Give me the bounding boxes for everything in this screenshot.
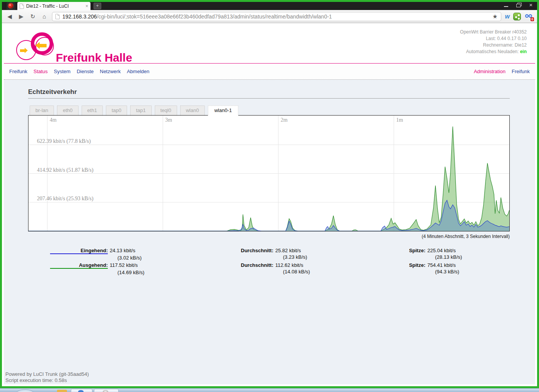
page-footer: Powered by LuCI Trunk (git-35aad54) Scri… <box>5 371 89 384</box>
stat-peak-out: Spitze:754.41 kbit/s (94.3 kB/s) <box>368 262 459 275</box>
stat-outgoing: Ausgehend:117.52 kbit/s (14.69 kB/s) <box>50 262 144 275</box>
stat-avg-out: Durchschnitt:112.62 kbit/s (14.08 kB/s) <box>216 262 310 275</box>
tab-title: Die12 - Traffic - LuCI <box>26 3 83 9</box>
auto-reload-status: Automatisches Neuladen: ein <box>460 49 527 55</box>
brand-title: Freifunk Halle <box>56 51 132 64</box>
taskbar-button-browser[interactable] <box>71 389 92 392</box>
url-text[interactable]: 192.168.3.206/cgi-bin/luci/;stok=516eee3… <box>62 13 490 20</box>
stat-label: Spitze: <box>368 248 425 253</box>
firmware-version: OpenWrt Barrier Breaker r40352 <box>460 29 527 35</box>
load-average: Last: 0.44 0.17 0.10 <box>460 35 527 42</box>
nav-item-freifunk-right[interactable]: Freifunk <box>509 67 533 76</box>
hostname: Rechnername: Die12 <box>460 42 527 49</box>
freifunk-logo-icon <box>7 30 55 60</box>
tab-eth1[interactable]: eth1 <box>82 106 103 115</box>
tab-wlan0[interactable]: wlan0 <box>180 106 205 115</box>
svg-text:3m: 3m <box>165 117 172 123</box>
stat-sub-value: (3.23 kB/s) <box>283 254 307 260</box>
stat-peak-in: Spitze:225.04 kbit/s (28.13 kB/s) <box>368 248 462 260</box>
footer-powered-by: Powered by LuCI Trunk (git-35aad54) <box>5 371 89 377</box>
nav-item-status[interactable]: Status <box>30 67 51 76</box>
browser-titlebar: Die12 - Traffic - LuCI × + × <box>2 2 537 10</box>
tab-br-lan[interactable]: br-lan <box>30 106 54 115</box>
chart-caption: (4 Minuten Abschnitt, 3 Sekunden Interva… <box>28 234 510 239</box>
svg-text:622.39 kbit/s (77.8 kB/s): 622.39 kbit/s (77.8 kB/s) <box>37 138 91 144</box>
tab-close-icon[interactable]: × <box>85 4 88 8</box>
stat-label: Durchschnitt: <box>216 262 273 268</box>
new-tab-button[interactable]: + <box>94 3 101 9</box>
stat-sub-value: (14.69 kB/s) <box>117 270 144 275</box>
traffic-chart-svg: 4m3m2m1m622.39 kbit/s (77.8 kB/s)414.92 … <box>28 116 509 231</box>
nav-item-abmelden[interactable]: Abmelden <box>124 67 152 76</box>
stat-sub-value: (94.3 kB/s) <box>435 269 459 275</box>
main-navigation: Freifunk Status System Dienste Netzwerk … <box>4 64 535 80</box>
svg-text:414.92 kbit/s (51.87 kB/s): 414.92 kbit/s (51.87 kB/s) <box>37 167 94 173</box>
extension-people-icon[interactable]: 0 <box>525 13 533 20</box>
start-orb-icon[interactable] <box>16 389 34 392</box>
page-header: Freifunk Halle OpenWrt Barrier Breaker r… <box>4 25 535 64</box>
svg-text:4m: 4m <box>50 117 57 123</box>
url-path: /cgi-bin/luci/;stok=516eee3a08e66f23b460… <box>97 13 332 20</box>
arrow-left-icon <box>40 44 47 47</box>
arrow-right-icon <box>20 49 25 52</box>
nav-item-administration[interactable]: Administration <box>471 67 509 76</box>
stat-sub-value: (3.02 kB/s) <box>117 255 142 261</box>
system-info: OpenWrt Barrier Breaker r40352 Last: 0.4… <box>460 29 527 55</box>
bookmark-star-icon[interactable]: ★ <box>492 13 497 20</box>
reload-button[interactable]: ↻ <box>29 13 37 20</box>
traffic-chart: 4m3m2m1m622.39 kbit/s (77.8 kB/s)414.92 … <box>28 115 510 231</box>
taskbar-button-app[interactable] <box>94 389 119 392</box>
browser-tab[interactable]: Die12 - Traffic - LuCI × <box>17 2 90 10</box>
browser-app-icon <box>7 2 15 10</box>
extension-die-icon[interactable] <box>513 13 521 20</box>
windows-taskbar[interactable] <box>0 388 539 392</box>
nav-item-system[interactable]: System <box>51 67 74 76</box>
stat-value: 25.82 kbit/s <box>275 248 301 253</box>
footer-exec-time: Script execution time: 0.58s <box>5 377 89 384</box>
page-title: Echtzeitverkehr <box>28 88 510 99</box>
stat-label: Spitze: <box>368 262 425 268</box>
forward-button[interactable]: ▶ <box>17 13 25 20</box>
svg-text:2m: 2m <box>281 117 288 123</box>
stat-sub-value: (14.08 kB/s) <box>283 269 310 275</box>
tab-teql0[interactable]: teql0 <box>155 106 177 115</box>
svg-text:207.46 kbit/s (25.93 kB/s): 207.46 kbit/s (25.93 kB/s) <box>37 196 94 202</box>
auto-reload-value: ein <box>520 49 527 54</box>
home-button[interactable]: ⌂ <box>40 13 48 20</box>
extension-wave-icon[interactable]: w <box>505 13 509 20</box>
browser-window: Die12 - Traffic - LuCI × + × ◀ ▶ ↻ ⌂ 192… <box>0 0 539 388</box>
tab-wlan0-1[interactable]: wlan0-1 <box>208 106 239 116</box>
stat-label: Eingehend: <box>50 248 108 254</box>
window-close-button[interactable]: × <box>528 3 534 7</box>
stat-value: 112.62 kbit/s <box>275 262 303 268</box>
main-content: Echtzeitverkehr br-lan eth0 eth1 tap0 ta… <box>4 80 535 282</box>
stat-incoming: Eingehend:24.13 kbit/s (3.02 kB/s) <box>50 248 142 261</box>
nav-item-netzwerk[interactable]: Netzwerk <box>97 67 124 76</box>
window-minimize-button[interactable] <box>503 3 509 7</box>
stat-avg-in: Durchschnitt:25.82 kbit/s (3.23 kB/s) <box>216 248 307 260</box>
tab-tap1[interactable]: tap1 <box>130 106 151 115</box>
stat-label: Durchschnitt: <box>216 248 273 253</box>
stat-value: 117.52 kbit/s <box>110 262 138 268</box>
url-host: 192.168.3.206 <box>62 13 97 20</box>
url-bar[interactable]: 192.168.3.206/cgi-bin/luci/;stok=516eee3… <box>52 12 501 21</box>
back-button[interactable]: ◀ <box>6 13 13 20</box>
nav-item-freifunk[interactable]: Freifunk <box>6 67 30 76</box>
traffic-stats: Eingehend:24.13 kbit/s (3.02 kB/s) Durch… <box>28 245 535 282</box>
stat-sub-value: (28.13 kB/s) <box>435 254 462 260</box>
extension-badge: 0 <box>531 17 534 21</box>
browser-toolbar: ◀ ▶ ↻ ⌂ 192.168.3.206/cgi-bin/luci/;stok… <box>2 10 537 23</box>
nav-item-dienste[interactable]: Dienste <box>74 67 97 76</box>
page-icon <box>55 14 60 19</box>
interface-tabstrip: br-lan eth0 eth1 tap0 tap1 teql0 wlan0 w… <box>28 106 535 115</box>
stat-value: 225.04 kbit/s <box>427 248 456 253</box>
tab-eth0[interactable]: eth0 <box>57 106 78 115</box>
window-restore-button[interactable] <box>516 3 522 7</box>
stat-label: Ausgehend: <box>50 262 108 269</box>
svg-text:1m: 1m <box>396 117 403 123</box>
taskbar-folder-icon[interactable] <box>57 390 67 392</box>
tab-tap0[interactable]: tap0 <box>106 106 127 115</box>
browser-logo-icon <box>8 3 14 9</box>
luci-page: Freifunk Halle OpenWrt Barrier Breaker r… <box>4 25 535 384</box>
tab-favicon-icon <box>20 3 24 9</box>
